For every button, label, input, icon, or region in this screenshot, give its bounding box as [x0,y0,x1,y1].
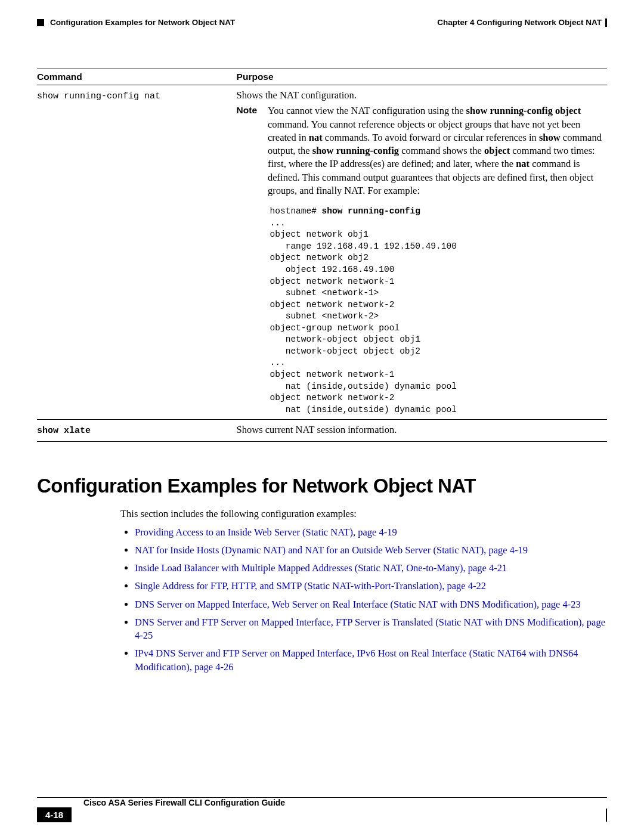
cmd-show-running-config-nat: show running-config nat [37,91,160,101]
page-footer: Cisco ASA Series Firewall CLI Configurat… [37,797,607,822]
cmd-show-xlate: show xlate [37,426,91,436]
list-item: DNS Server and FTP Server on Mapped Inte… [135,616,607,643]
doc-link[interactable]: Single Address for FTP, HTTP, and SMTP (… [135,580,486,592]
footer-bar-icon [606,809,607,822]
note-block: Note You cannot view the NAT configurati… [237,104,603,197]
table-row: show xlate Shows current NAT session inf… [37,420,607,441]
section-title: Configuration Examples for Network Objec… [37,475,607,497]
header-left-text: Configuration Examples for Network Objec… [50,18,235,27]
note-label: Note [237,104,257,197]
doc-link[interactable]: Inside Load Balancer with Multiple Mappe… [135,562,507,574]
note-text: You cannot view the NAT configuration us… [268,104,603,197]
link-list: Providing Access to an Inside Web Server… [120,526,607,674]
list-item: Single Address for FTP, HTTP, and SMTP (… [135,580,607,593]
command-table: Command Purpose show running-config nat … [37,69,607,442]
doc-link[interactable]: DNS Server and FTP Server on Mapped Inte… [135,617,605,641]
header-square-icon [37,19,44,26]
header-right: Chapter 4 Configuring Network Object NAT [437,18,607,27]
doc-link[interactable]: DNS Server on Mapped Interface, Web Serv… [135,599,581,610]
purpose-desc: Shows the NAT configuration. [237,89,603,102]
header-bar-icon [605,18,607,27]
doc-link[interactable]: IPv4 DNS Server and FTP Server on Mapped… [135,648,578,672]
header-right-text: Chapter 4 Configuring Network Object NAT [437,18,602,27]
table-header-purpose: Purpose [237,69,607,85]
table-row: show running-config nat Shows the NAT co… [37,85,607,420]
list-item: IPv4 DNS Server and FTP Server on Mapped… [135,647,607,674]
doc-link[interactable]: NAT for Inside Hosts (Dynamic NAT) and N… [135,544,528,556]
table-header-command: Command [37,69,237,85]
list-item: NAT for Inside Hosts (Dynamic NAT) and N… [135,544,607,557]
footer-guide-name: Cisco ASA Series Firewall CLI Configurat… [83,798,285,807]
section-intro: This section includes the following conf… [120,508,607,520]
code-example: hostname# show running-config ... object… [270,206,603,416]
purpose-desc: Shows current NAT session information. [237,420,607,441]
page-number-badge: 4-18 [37,807,72,822]
doc-link[interactable]: Providing Access to an Inside Web Server… [135,527,397,538]
list-item: DNS Server on Mapped Interface, Web Serv… [135,598,607,611]
list-item: Inside Load Balancer with Multiple Mappe… [135,562,607,575]
page-header: Configuration Examples for Network Objec… [37,18,607,27]
header-left: Configuration Examples for Network Objec… [37,18,235,27]
list-item: Providing Access to an Inside Web Server… [135,526,607,539]
